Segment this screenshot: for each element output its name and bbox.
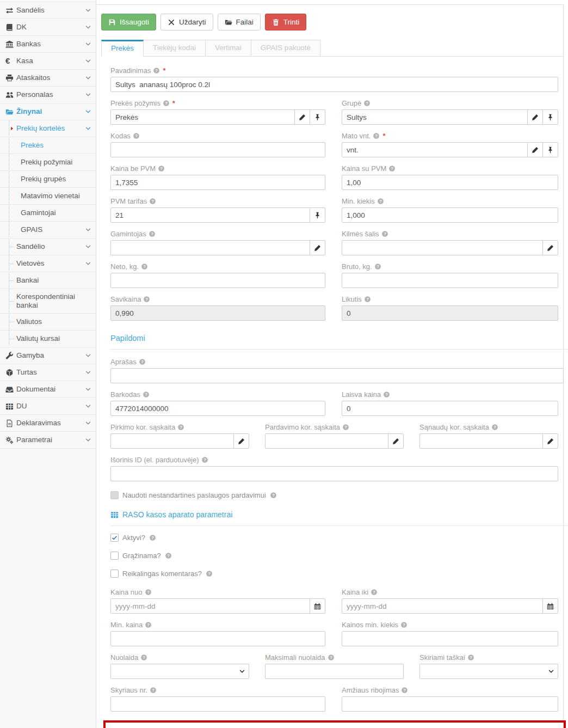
komentaras-checkbox[interactable]: [110, 570, 119, 578]
files-button[interactable]: Failai: [218, 14, 261, 30]
checkbox-label: Grąžinama?: [122, 552, 161, 560]
sidebar-item-valiutos[interactable]: Valiutos: [0, 314, 96, 331]
calendar-button[interactable]: [310, 598, 325, 614]
pin-button[interactable]: [542, 109, 558, 125]
neto-input[interactable]: [110, 273, 325, 288]
tab-tiekeju-kodai[interactable]: Tiekėjų kodai: [143, 40, 206, 57]
maksimali-nuolaida-input[interactable]: [265, 664, 404, 679]
kaina-nuo-input[interactable]: [110, 598, 310, 614]
sidebar-item-sandelis[interactable]: Sandėlis: [0, 2, 96, 19]
aktyvi-checkbox[interactable]: [110, 534, 119, 542]
min-kaina-input[interactable]: [110, 631, 325, 646]
kilmes-salis-input[interactable]: [342, 240, 543, 255]
field-label: Grupė: [342, 99, 361, 107]
delete-button[interactable]: Trinti: [265, 14, 307, 30]
sidebar-item-parametrai[interactable]: Parametrai: [0, 432, 96, 449]
prekes-pozymis-input[interactable]: [110, 109, 295, 125]
isorinis-id-input[interactable]: [110, 466, 558, 481]
tab-prekes[interactable]: Prekės: [101, 40, 144, 57]
sidebar-item-korespondentiniai-bankai[interactable]: Korespondentiniai bankai: [0, 289, 96, 314]
kainos-min-kiekis-input[interactable]: [342, 631, 558, 646]
tab-gpais-pakuote[interactable]: GPAIS pakuotė: [251, 40, 320, 57]
likutis-input: [342, 305, 558, 321]
sidebar-item-sandelio[interactable]: Sandėlio: [0, 238, 96, 255]
sidebar-item-label: Valiutų kursai: [16, 331, 84, 347]
sidebar-item-zinynai[interactable]: Žinynai: [0, 103, 96, 120]
field-label: Kaina nuo: [110, 588, 143, 596]
amziaus-ribojimas-input[interactable]: [342, 696, 558, 712]
calendar-button[interactable]: [542, 598, 558, 614]
sidebar-item-prekiu-pozymiai[interactable]: Prekių požymiai: [0, 154, 96, 171]
edit-button[interactable]: [542, 433, 558, 449]
kodas-input[interactable]: [110, 142, 325, 157]
pavadinimas-input[interactable]: [110, 77, 558, 92]
laisva-kaina-input[interactable]: [342, 401, 558, 416]
sidebar-item-vietoves[interactable]: Vietovės: [0, 255, 96, 272]
sidebar-item-prekiu-korteles[interactable]: Prekių kortelės: [0, 120, 96, 137]
sidebar-item-bankas[interactable]: Bankas: [0, 36, 96, 53]
caret-right-icon: [9, 126, 15, 131]
sidebar-item-gamyba[interactable]: Gamyba: [0, 347, 96, 364]
pin-button[interactable]: [310, 109, 325, 125]
sidebar-item-du[interactable]: DU: [0, 398, 96, 415]
sidebar-item-gamintojai[interactable]: Gamintojai: [0, 205, 96, 222]
sidebar-item-kasa[interactable]: € Kasa: [0, 53, 96, 70]
gamintojas-input[interactable]: [110, 240, 310, 255]
toolbar: Išsaugoti Uždaryti Failai Trinti: [101, 14, 563, 30]
pin-button[interactable]: [310, 207, 325, 223]
checkbox-label: Reikalingas komentaras?: [122, 570, 202, 578]
sidebar-item-personalas[interactable]: Personalas: [0, 87, 96, 103]
pin-button[interactable]: [542, 142, 558, 157]
field-label: Kainos min. kiekis: [342, 621, 398, 629]
savikaina-input: [110, 305, 325, 321]
sidebar-item-prekiu-grupes[interactable]: Prekių grupės: [0, 171, 96, 188]
pirkimo-saskaita-input[interactable]: [110, 433, 234, 449]
sidebar-item-dokumentai[interactable]: Dokumentai: [0, 381, 96, 398]
sidebar-item-prekes[interactable]: Prekės: [0, 137, 96, 154]
bruto-input[interactable]: [342, 273, 558, 288]
save-button[interactable]: Išsaugoti: [101, 14, 156, 30]
nuolaida-select[interactable]: [110, 664, 249, 679]
edit-button[interactable]: [233, 433, 249, 449]
skyriaus-nr-input[interactable]: [110, 696, 325, 712]
min-kiekis-input[interactable]: [342, 207, 558, 223]
edit-button[interactable]: [542, 240, 558, 255]
barkodas-input[interactable]: [110, 401, 325, 416]
field-label: Išorinis ID (el. parduotuvėje): [110, 456, 199, 464]
sidebar-item-gpais[interactable]: GPAIS: [0, 222, 96, 238]
field-label: Bruto, kg.: [342, 262, 372, 271]
sidebar-item-matavimo-vienetai[interactable]: Matavimo vienetai: [0, 188, 96, 205]
edit-button[interactable]: [310, 240, 325, 255]
edit-button[interactable]: [388, 433, 404, 449]
field-label: Kodas: [110, 132, 131, 140]
edit-button[interactable]: [294, 109, 310, 125]
tab-vertimai[interactable]: Vertimai: [205, 40, 251, 57]
raso-parametrai-link[interactable]: RASO kasos aparato parametrai: [110, 510, 564, 519]
sidebar: Sandėlis DK Bankas € Kasa Ataskaitos Per…: [0, 0, 96, 728]
pardavimo-saskaita-input[interactable]: [265, 433, 388, 449]
aprasas-input[interactable]: [110, 368, 564, 383]
close-button[interactable]: Uždaryti: [160, 14, 213, 30]
help-icon: [374, 263, 381, 270]
sidebar-item-turtas[interactable]: Turtas: [0, 364, 96, 381]
skiriami-taskai-select[interactable]: [419, 664, 558, 679]
grupe-input[interactable]: [342, 109, 528, 125]
checkbox-row: Aktyvi?: [110, 534, 564, 542]
section-link-papildomi[interactable]: Papildomi: [110, 334, 564, 342]
grazinama-checkbox[interactable]: [110, 552, 119, 560]
sanaudu-saskaita-input[interactable]: [419, 433, 543, 449]
chevron-down-icon: [85, 243, 91, 250]
kaina-su-pvm-input[interactable]: [342, 175, 558, 190]
sidebar-item-deklaravimas[interactable]: Deklaravimas: [0, 415, 96, 432]
edit-button[interactable]: [527, 142, 543, 157]
printer-icon: [5, 74, 16, 82]
sidebar-item-ataskaitos[interactable]: Ataskaitos: [0, 70, 96, 87]
sidebar-item-dk[interactable]: DK: [0, 19, 96, 36]
kaina-be-pvm-input[interactable]: [110, 175, 325, 190]
mato-vnt-input[interactable]: [342, 142, 528, 157]
edit-button[interactable]: [527, 109, 543, 125]
pvm-tarifas-input[interactable]: [110, 207, 310, 223]
sidebar-item-bankai[interactable]: Bankai: [0, 272, 96, 289]
kaina-iki-input[interactable]: [342, 598, 543, 614]
sidebar-item-valiutu-kursai[interactable]: Valiutų kursai: [0, 331, 96, 347]
